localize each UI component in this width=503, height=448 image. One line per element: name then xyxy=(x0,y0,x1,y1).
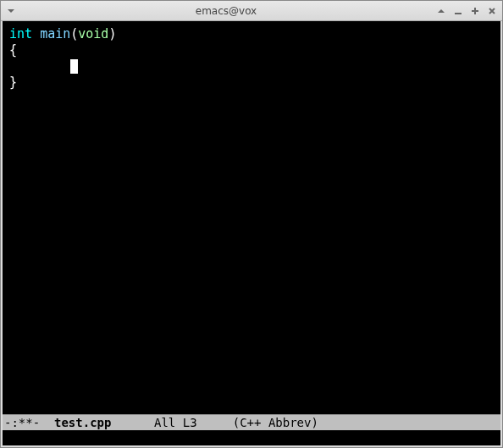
modeline-gap xyxy=(197,416,233,429)
modeline-status: -:**- xyxy=(4,416,47,429)
modeline-filename: test.cpp xyxy=(47,416,112,429)
modeline-gap xyxy=(175,416,182,429)
svg-rect-2 xyxy=(472,10,478,12)
shade-icon[interactable] xyxy=(436,6,446,16)
code-type-keyword: int xyxy=(9,26,32,41)
modeline-gap xyxy=(111,416,154,429)
modeline-line: L3 xyxy=(183,416,197,429)
modeline[interactable]: -:**- test.cpp All L3 (C++ Abbrev) xyxy=(3,414,500,430)
code-function-name: main xyxy=(40,26,70,41)
code-paren-open: ( xyxy=(70,26,78,41)
modeline-modes: (C++ Abbrev) xyxy=(233,416,318,429)
code-void-keyword: void xyxy=(78,26,108,41)
window-menu-icon[interactable] xyxy=(6,6,16,16)
code-brace-close: } xyxy=(9,75,17,90)
code-brace-open: { xyxy=(9,42,17,58)
text-cursor xyxy=(70,59,78,74)
minimize-icon[interactable] xyxy=(453,6,463,16)
editor-buffer[interactable]: int main(void) { } xyxy=(3,21,500,414)
titlebar-left xyxy=(6,6,16,16)
titlebar-controls xyxy=(436,6,497,16)
minibuffer[interactable] xyxy=(3,430,500,445)
code-indent xyxy=(9,58,70,74)
maximize-icon[interactable] xyxy=(470,6,480,16)
modeline-position: All xyxy=(154,416,175,429)
close-icon[interactable] xyxy=(487,6,497,16)
svg-rect-0 xyxy=(455,13,462,14)
code-paren-close: ) xyxy=(108,26,116,41)
titlebar[interactable]: emacs@vox xyxy=(1,1,502,21)
app-window: emacs@vox int main(void) { } -:**- test.… xyxy=(0,0,503,448)
window-title: emacs@vox xyxy=(16,5,436,17)
